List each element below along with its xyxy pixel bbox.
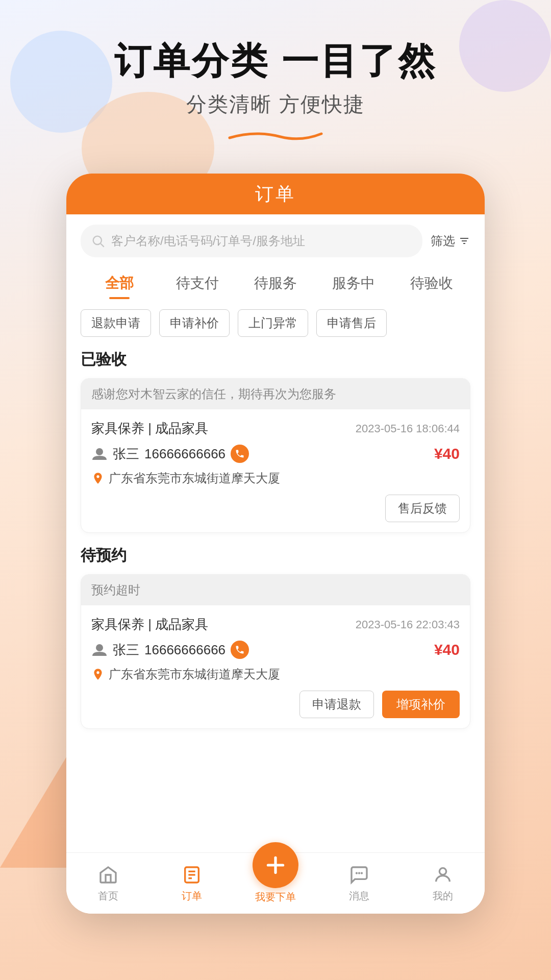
phone-icon-2 [235, 645, 245, 655]
avatar-icon [91, 446, 108, 462]
app-header: 订单 [66, 174, 485, 214]
order-2-service-row: 家具保养 | 成品家具 2023-05-16 22:03:43 [91, 616, 460, 633]
filter-icon [458, 235, 470, 247]
order-1-actions: 售后反馈 [91, 495, 460, 522]
section-verified: 已验收 感谢您对木智云家的信任，期待再次为您服务 家具保养 | 成品家具 202… [81, 349, 470, 533]
order-card-1: 感谢您对木智云家的信任，期待再次为您服务 家具保养 | 成品家具 2023-05… [81, 378, 470, 533]
order-2-body: 家具保养 | 成品家具 2023-05-16 22:03:43 张三 16666… [81, 605, 470, 728]
svg-point-0 [93, 236, 102, 244]
tab-pending-accept[interactable]: 待验收 [392, 265, 470, 299]
order-1-service-name: 家具保养 | 成品家具 [91, 420, 208, 437]
order-2-status: 预约超时 [81, 575, 470, 605]
order-2-contact-name: 张三 [113, 641, 139, 659]
chip-supplement[interactable]: 申请补价 [159, 309, 230, 337]
svg-point-16 [439, 868, 446, 875]
section-pending-appt: 待预约 预约超时 家具保养 | 成品家具 2023-05-16 22:03:43 [81, 545, 470, 729]
order-1-contact-name: 张三 [113, 445, 139, 463]
order-1-address: 广东省东莞市东城街道摩天大厦 [109, 470, 280, 486]
order-2-service-name: 家具保养 | 成品家具 [91, 616, 208, 633]
nav-order[interactable]: 订单 [150, 864, 234, 903]
search-icon [91, 234, 105, 248]
nav-order-label: 订单 [182, 889, 202, 903]
order-2-datetime: 2023-05-16 22:03:43 [356, 618, 460, 631]
chip-refund[interactable]: 退款申请 [81, 309, 151, 337]
message-icon [348, 864, 370, 886]
promo-main-title: 订单分类 一目了然 [0, 41, 551, 81]
tab-all[interactable]: 全部 [81, 265, 159, 299]
tab-pending-service[interactable]: 待服务 [237, 265, 315, 299]
nav-message[interactable]: 消息 [317, 864, 401, 903]
nav-message-label: 消息 [349, 889, 369, 903]
tabs-row: 全部 待支付 待服务 服务中 待验收 [66, 257, 485, 299]
order-1-body: 家具保养 | 成品家具 2023-05-16 18:06:44 张三 16666… [81, 409, 470, 532]
order-card-2: 预约超时 家具保养 | 成品家具 2023-05-16 22:03:43 张三 [81, 574, 470, 729]
order-2-address: 广东省东莞市东城街道摩天大厦 [109, 666, 280, 682]
tab-in-service[interactable]: 服务中 [314, 265, 392, 299]
phone-icon-1 [235, 449, 245, 459]
tab-pending-payment[interactable]: 待支付 [159, 265, 237, 299]
promo-underline [224, 128, 327, 134]
phone-call-button-2[interactable] [231, 641, 249, 659]
svg-point-6 [96, 644, 103, 651]
svg-point-5 [96, 448, 103, 455]
order-1-status: 感谢您对木智云家的信任，期待再次为您服务 [81, 379, 470, 409]
app-title: 订单 [255, 182, 296, 207]
order-1-service-row: 家具保养 | 成品家具 2023-05-16 18:06:44 [91, 420, 460, 437]
nav-profile[interactable]: 我的 [401, 864, 485, 903]
nav-create-label: 我要下单 [255, 890, 296, 904]
promo-header: 订单分类 一目了然 分类清晰 方便快捷 [0, 41, 551, 134]
after-sale-feedback-button[interactable]: 售后反馈 [385, 495, 460, 522]
home-icon [97, 864, 119, 886]
content-area: 已验收 感谢您对木智云家的信任，期待再次为您服务 家具保养 | 成品家具 202… [66, 337, 485, 852]
order-icon [181, 864, 203, 886]
order-2-contact-phone: 16666666666 [144, 642, 226, 658]
order-2-price: ¥40 [434, 641, 460, 658]
search-area: 客户名称/电话号码/订单号/服务地址 筛选 [66, 214, 485, 257]
phone-mockup: 订单 客户名称/电话号码/订单号/服务地址 筛选 全部 待支付 [66, 174, 485, 914]
nav-home-label: 首页 [98, 889, 118, 903]
section-verified-title: 已验收 [81, 349, 470, 370]
promo-sub-title: 分类清晰 方便快捷 [0, 90, 551, 118]
order-1-price: ¥40 [434, 445, 460, 462]
order-1-datetime: 2023-05-16 18:06:44 [356, 422, 460, 435]
svg-line-1 [101, 243, 104, 247]
nav-create-order[interactable]: 我要下单 [234, 842, 317, 904]
location-icon-2 [91, 668, 105, 681]
phone-call-button-1[interactable] [231, 445, 249, 463]
avatar-icon-2 [91, 642, 108, 658]
location-icon-1 [91, 472, 105, 485]
order-1-contact-phone: 16666666666 [144, 446, 226, 462]
add-supplement-button[interactable]: 增项补价 [382, 691, 460, 718]
order-1-contact-info: 张三 16666666666 [91, 445, 249, 463]
nav-profile-label: 我的 [433, 889, 453, 903]
order-2-contact-info: 张三 16666666666 [91, 641, 249, 659]
chips-row: 退款申请 申请补价 上门异常 申请售后 [66, 299, 485, 337]
filter-button[interactable]: 筛选 [431, 233, 470, 249]
create-order-button[interactable] [253, 842, 298, 888]
plus-icon [263, 852, 288, 878]
chip-anomaly[interactable]: 上门异常 [238, 309, 308, 337]
search-placeholder-text: 客户名称/电话号码/订单号/服务地址 [111, 233, 305, 249]
order-2-actions: 申请退款 增项补价 [91, 691, 460, 718]
bottom-nav: 首页 订单 我要下单 [66, 852, 485, 914]
nav-home[interactable]: 首页 [66, 864, 150, 903]
order-1-contact-row: 张三 16666666666 ¥40 [91, 445, 460, 463]
request-refund-button[interactable]: 申请退款 [299, 691, 374, 718]
order-1-address-row: 广东省东莞市东城街道摩天大厦 [91, 470, 460, 486]
filter-label: 筛选 [431, 233, 455, 249]
profile-icon [432, 864, 454, 886]
chip-aftersale[interactable]: 申请售后 [316, 309, 387, 337]
order-2-contact-row: 张三 16666666666 ¥40 [91, 641, 460, 659]
section-pending-appt-title: 待预约 [81, 545, 470, 566]
order-2-address-row: 广东省东莞市东城街道摩天大厦 [91, 666, 460, 682]
search-input-wrap[interactable]: 客户名称/电话号码/订单号/服务地址 [81, 225, 422, 257]
